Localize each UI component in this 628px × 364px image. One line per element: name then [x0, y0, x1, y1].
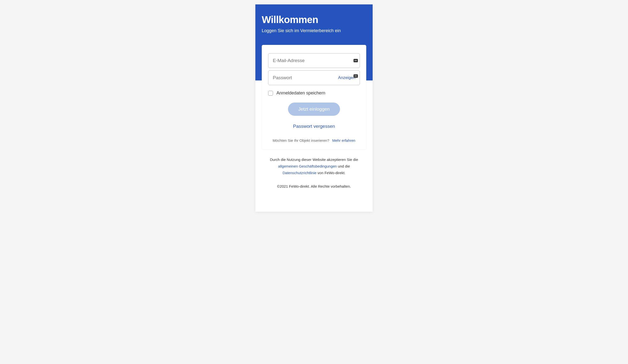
show-password-button[interactable]: Anzeigen	[338, 75, 355, 80]
remember-row: Anmeldedaten speichern	[268, 90, 360, 96]
privacy-link[interactable]: Datenschutzrichtlinie	[283, 171, 316, 175]
terms-link[interactable]: allgemeinen Geschäftsbedingungen	[278, 164, 337, 168]
email-group: •••	[268, 53, 360, 68]
password-group: Anzeigen •••	[268, 71, 360, 85]
terms-text: Durch die Nutzung dieser Website akzepti…	[265, 156, 363, 176]
remember-label[interactable]: Anmeldedaten speichern	[276, 90, 325, 96]
page-subtitle: Loggen Sie sich im Vermieterbereich ein	[262, 28, 366, 33]
cta-row: Möchten Sie Ihr Objekt inserieren? Mehr …	[268, 138, 360, 143]
login-card: ••• Anzeigen ••• Anmeldedaten speichern …	[262, 45, 366, 149]
forgot-password-link[interactable]: Passwort vergessen	[268, 124, 360, 129]
copyright: ©2021 FeWo-direkt. Alle Rechte vorbehalt…	[265, 183, 363, 190]
cta-link[interactable]: Mehr erfahren	[332, 138, 355, 143]
footer: Durch die Nutzung dieser Website akzepti…	[255, 149, 373, 212]
login-button[interactable]: Jetzt einloggen	[288, 103, 340, 116]
email-field[interactable]	[268, 53, 360, 68]
login-container: Willkommen Loggen Sie sich im Vermieterb…	[255, 4, 373, 212]
remember-checkbox[interactable]	[268, 91, 273, 96]
cta-prompt: Möchten Sie Ihr Objekt inserieren?	[273, 138, 329, 143]
page-title: Willkommen	[262, 14, 366, 25]
